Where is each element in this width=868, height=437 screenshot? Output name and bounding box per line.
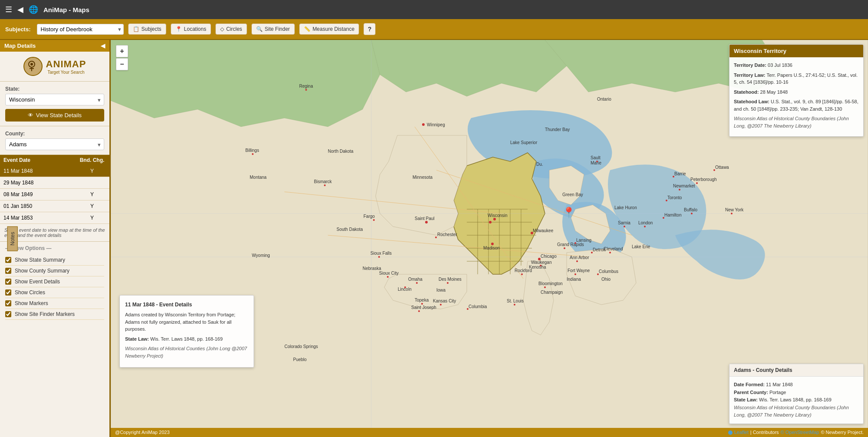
map-area[interactable]: Winnipeg Bismarck Fargo Saint Paul Roche…: [111, 40, 868, 437]
sidebar-title: Map Details: [4, 43, 36, 49]
checkbox-show-markers[interactable]: Show Markers: [5, 298, 104, 309]
table-row[interactable]: 14 Mar 1853 Y: [0, 212, 109, 224]
sidebar-collapse-icon[interactable]: ◀: [101, 43, 105, 49]
subjects-btn-label: Subjects: [142, 26, 162, 32]
event-date: 11 Mar 1848: [0, 165, 75, 177]
svg-point-85: [644, 226, 646, 227]
svg-text:Toronto: Toronto: [667, 195, 682, 200]
footer-leaflet[interactable]: Leaflet: [728, 430, 749, 435]
event-bnd: Y: [75, 200, 109, 212]
svg-text:Indiana: Indiana: [567, 277, 581, 282]
adams-panel-title: Adams - County Details: [734, 367, 792, 373]
events-table-body: 11 Mar 1848 Y 29 May 1848 08 Mar 1849 Y …: [0, 165, 109, 224]
county-select-wrapper[interactable]: Adams: [5, 138, 104, 150]
event-date: 01 Jan 1850: [0, 200, 75, 212]
view-options-title: View Options: [5, 245, 104, 251]
checkbox-show-county-summary[interactable]: Show County Summary: [5, 266, 104, 276]
state-select-wrapper[interactable]: Wisconsin: [5, 94, 104, 105]
subjects-icon: 📋: [133, 26, 139, 32]
svg-text:Fort Wayne: Fort Wayne: [568, 268, 590, 273]
events-table-header: Event Date Bnd. Chg.: [0, 155, 109, 165]
svg-point-49: [416, 282, 418, 284]
show-markers-checkbox[interactable]: [5, 300, 11, 306]
locations-btn-label: Locations: [184, 26, 206, 32]
checkbox-show-state-summary[interactable]: Show State Summary: [5, 255, 104, 266]
svg-text:Kenosha: Kenosha: [529, 265, 546, 269]
logo-animap-text: ANIMAP: [46, 59, 86, 70]
main-layout: Notes Map Details ◀ ANIMAP Target: [0, 40, 868, 437]
table-row[interactable]: 11 Mar 1848 Y: [0, 165, 109, 177]
svg-text:Lansing: Lansing: [576, 238, 591, 243]
events-col-bnd: Bnd. Chg.: [75, 155, 109, 165]
svg-text:Rochester: Rochester: [437, 232, 457, 237]
zoom-out-button[interactable]: −: [116, 58, 128, 70]
subjects-button[interactable]: 📋 Subjects: [128, 23, 166, 35]
svg-text:Marie: Marie: [591, 161, 601, 165]
svg-text:Regina: Regina: [299, 84, 313, 89]
state-label: State:: [5, 86, 104, 92]
svg-text:Lake Erie: Lake Erie: [632, 244, 650, 249]
county-section: County: Adams: [0, 126, 109, 155]
show-state-summary-checkbox[interactable]: [5, 257, 11, 263]
view-state-details-button[interactable]: 👁 View State Details: [5, 109, 104, 122]
svg-text:Wisconsin: Wisconsin: [488, 213, 508, 218]
svg-point-127: [489, 221, 492, 223]
state-select[interactable]: Wisconsin: [5, 94, 104, 105]
map-controls: + −: [116, 45, 128, 70]
adams-panel-header: Adams - County Details: [729, 364, 863, 377]
checkbox-show-circles[interactable]: Show Circles: [5, 287, 104, 298]
site-finder-button[interactable]: 🔍 Site Finder: [251, 23, 295, 35]
county-select[interactable]: Adams: [5, 138, 104, 150]
show-event-details-checkbox[interactable]: [5, 279, 11, 285]
help-button[interactable]: ?: [363, 23, 376, 35]
svg-point-125: [305, 89, 307, 91]
event-popup-title: 11 Mar 1848 - Event Details: [125, 301, 248, 309]
svg-text:North Dakota: North Dakota: [328, 149, 353, 154]
event-bnd: Y: [75, 212, 109, 223]
svg-text:Grand Rapids: Grand Rapids: [557, 242, 584, 247]
measure-distance-button[interactable]: 📏 Measure Distance: [299, 23, 360, 35]
sub-toolbar: Subjects: History of Deerbrook 📋 Subject…: [0, 19, 868, 40]
svg-text:Du.: Du.: [536, 162, 543, 167]
circles-button[interactable]: ◇ Circles: [215, 23, 247, 35]
history-select[interactable]: History of Deerbrook: [37, 24, 124, 35]
show-site-finder-markers-checkbox[interactable]: [5, 311, 11, 317]
circles-icon: ◇: [220, 26, 224, 32]
checkbox-show-site-finder-markers[interactable]: Show Site Finder Markers: [5, 309, 104, 320]
svg-point-93: [609, 252, 611, 253]
adams-parent-county: Parent County: Portage: [734, 389, 859, 397]
adams-attribution: Wisconsin Atlas of Historical County Bou…: [734, 404, 859, 419]
history-select-wrapper[interactable]: History of Deerbrook: [37, 24, 124, 35]
back-icon[interactable]: ◀: [17, 5, 23, 14]
table-row[interactable]: 01 Jan 1850 Y: [0, 200, 109, 212]
locations-button[interactable]: 📍 Locations: [171, 23, 211, 35]
svg-text:London: London: [638, 220, 653, 225]
location-marker[interactable]: 📍: [562, 207, 575, 219]
svg-point-128: [728, 430, 733, 435]
footer-osm[interactable]: © OpenStreetMap: [781, 430, 819, 435]
svg-point-65: [440, 304, 442, 306]
footer-right: Leaflet | Contributors © OpenStreetMap ©…: [728, 430, 864, 435]
svg-text:Thunder Bay: Thunder Bay: [545, 127, 570, 132]
map-footer: @Copyright AniMap 2023 Leaflet | Contrib…: [111, 428, 868, 437]
adams-county-panel: Adams - County Details Date Formed: 11 M…: [729, 364, 864, 424]
svg-point-43: [378, 256, 380, 258]
table-row[interactable]: 08 Mar 1849 Y: [0, 189, 109, 200]
svg-point-100: [574, 273, 576, 275]
show-county-summary-checkbox[interactable]: [5, 268, 11, 274]
events-col-date: Event Date: [0, 155, 75, 165]
show-circles-checkbox[interactable]: [5, 289, 11, 296]
hamburger-icon[interactable]: ☰: [5, 5, 12, 14]
svg-point-73: [564, 247, 565, 249]
table-row[interactable]: 29 May 1848: [0, 177, 109, 189]
checkbox-show-event-details[interactable]: Show Event Details: [5, 276, 104, 287]
svg-point-71: [576, 260, 578, 262]
svg-text:Sioux City: Sioux City: [379, 271, 399, 276]
logo-text-area: ANIMAP Target Your Search: [46, 59, 86, 75]
svg-text:Ann Arbor: Ann Arbor: [570, 255, 589, 260]
zoom-in-button[interactable]: +: [116, 45, 128, 57]
svg-point-30: [435, 237, 437, 238]
notes-tab[interactable]: Notes: [7, 226, 18, 251]
svg-text:Billings: Billings: [245, 148, 259, 153]
subjects-label: Subjects:: [5, 26, 31, 33]
